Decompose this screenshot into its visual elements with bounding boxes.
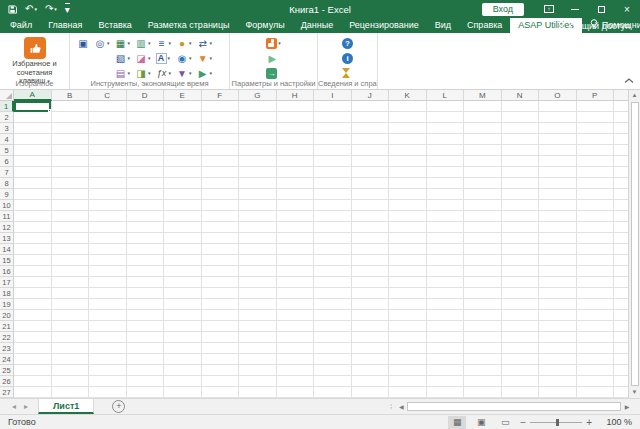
cell[interactable] (539, 387, 577, 398)
cell[interactable] (614, 189, 628, 200)
cell[interactable] (539, 200, 577, 211)
close-button[interactable]: × (614, 0, 640, 18)
cell[interactable] (164, 365, 202, 376)
cell[interactable] (427, 266, 465, 277)
cell[interactable] (239, 112, 277, 123)
row-header-3[interactable]: 3 (0, 123, 14, 134)
cell[interactable] (89, 178, 127, 189)
cell[interactable] (577, 288, 615, 299)
cell[interactable] (539, 178, 577, 189)
row-header-2[interactable]: 2 (0, 112, 14, 123)
cell[interactable] (427, 134, 465, 145)
cell[interactable] (502, 321, 540, 332)
cell[interactable] (52, 277, 90, 288)
cell[interactable] (539, 123, 577, 134)
cell[interactable] (314, 211, 352, 222)
cell[interactable] (277, 288, 315, 299)
cell[interactable] (539, 255, 577, 266)
cell[interactable] (577, 178, 615, 189)
cell[interactable] (352, 167, 390, 178)
cell[interactable] (427, 310, 465, 321)
cell[interactable] (89, 332, 127, 343)
cell[interactable] (52, 200, 90, 211)
cell[interactable] (164, 244, 202, 255)
cell[interactable] (14, 145, 52, 156)
cell[interactable] (127, 123, 165, 134)
fill-edit-tools-button[interactable]: ◨▾ (134, 66, 152, 80)
erase-tools-button[interactable]: ◪▾ (134, 51, 152, 65)
cell[interactable] (314, 387, 352, 398)
script-run-tools-button[interactable]: ▶▾ (196, 66, 214, 80)
cell[interactable] (164, 343, 202, 354)
row-header-19[interactable]: 19 (0, 299, 14, 310)
asap-options-button[interactable]: ▾ (265, 36, 282, 50)
cell[interactable] (427, 112, 465, 123)
cell[interactable] (164, 222, 202, 233)
cell[interactable] (577, 167, 615, 178)
zoom-slider-thumb[interactable] (556, 419, 559, 426)
cell[interactable] (577, 233, 615, 244)
cell[interactable] (502, 343, 540, 354)
cell[interactable] (14, 200, 52, 211)
cell[interactable] (89, 112, 127, 123)
cell[interactable] (427, 167, 465, 178)
cell[interactable] (502, 299, 540, 310)
cell[interactable] (277, 156, 315, 167)
cell[interactable] (202, 211, 240, 222)
cell[interactable] (89, 321, 127, 332)
cell[interactable] (89, 255, 127, 266)
cell[interactable] (614, 255, 628, 266)
cell[interactable] (389, 233, 427, 244)
cell[interactable] (577, 145, 615, 156)
cell[interactable] (14, 112, 52, 123)
cell[interactable] (127, 387, 165, 398)
cell[interactable] (314, 134, 352, 145)
cell[interactable] (52, 255, 90, 266)
cell[interactable] (352, 332, 390, 343)
cell[interactable] (89, 101, 127, 112)
cell[interactable] (502, 101, 540, 112)
cell[interactable] (427, 343, 465, 354)
cell[interactable] (89, 288, 127, 299)
undo-dropdown-icon[interactable]: ▾ (34, 4, 37, 14)
cell[interactable] (127, 365, 165, 376)
cell[interactable] (164, 255, 202, 266)
cell[interactable] (352, 376, 390, 387)
cell[interactable] (239, 299, 277, 310)
cell[interactable] (389, 387, 427, 398)
cell[interactable] (89, 156, 127, 167)
cell[interactable] (277, 266, 315, 277)
cell[interactable] (52, 211, 90, 222)
scroll-up-icon[interactable]: ▲ (632, 90, 638, 101)
cell[interactable] (239, 156, 277, 167)
cell[interactable] (427, 354, 465, 365)
cell[interactable] (577, 310, 615, 321)
cell[interactable] (89, 211, 127, 222)
row-header-4[interactable]: 4 (0, 134, 14, 145)
formula-tools-button[interactable]: ƒx▾ (155, 66, 173, 80)
cell[interactable] (202, 222, 240, 233)
cell[interactable] (502, 332, 540, 343)
cell[interactable] (239, 134, 277, 145)
cell[interactable] (502, 134, 540, 145)
cell[interactable] (577, 299, 615, 310)
cell[interactable] (389, 211, 427, 222)
cell[interactable] (389, 255, 427, 266)
cell[interactable] (14, 211, 52, 222)
zoom-in-button[interactable]: + (586, 417, 592, 428)
cell[interactable] (52, 288, 90, 299)
cell[interactable] (164, 156, 202, 167)
cell[interactable] (389, 321, 427, 332)
cell[interactable] (52, 266, 90, 277)
cell[interactable] (239, 387, 277, 398)
cell[interactable] (352, 277, 390, 288)
cell[interactable] (614, 310, 628, 321)
cell[interactable] (14, 266, 52, 277)
cell[interactable] (464, 255, 502, 266)
column-header-I[interactable]: I (314, 90, 352, 101)
cell[interactable] (464, 321, 502, 332)
cell[interactable] (427, 244, 465, 255)
cell[interactable] (502, 112, 540, 123)
cell[interactable] (164, 332, 202, 343)
cell[interactable] (539, 332, 577, 343)
